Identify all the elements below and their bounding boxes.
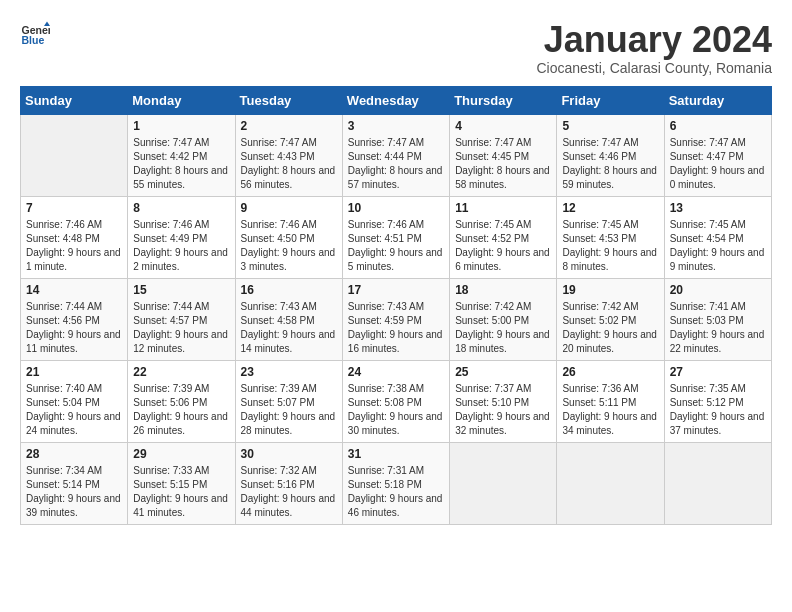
calendar-cell: 3Sunrise: 7:47 AMSunset: 4:44 PMDaylight… <box>342 114 449 196</box>
calendar-cell: 4Sunrise: 7:47 AMSunset: 4:45 PMDaylight… <box>450 114 557 196</box>
calendar-cell: 12Sunrise: 7:45 AMSunset: 4:53 PMDayligh… <box>557 196 664 278</box>
calendar-cell: 27Sunrise: 7:35 AMSunset: 5:12 PMDayligh… <box>664 360 771 442</box>
day-number: 21 <box>26 365 122 379</box>
calendar-cell: 28Sunrise: 7:34 AMSunset: 5:14 PMDayligh… <box>21 442 128 524</box>
calendar-cell: 7Sunrise: 7:46 AMSunset: 4:48 PMDaylight… <box>21 196 128 278</box>
calendar-cell: 6Sunrise: 7:47 AMSunset: 4:47 PMDaylight… <box>664 114 771 196</box>
day-info: Sunrise: 7:39 AMSunset: 5:07 PMDaylight:… <box>241 382 337 438</box>
logo-icon: General Blue <box>20 20 50 50</box>
day-info: Sunrise: 7:36 AMSunset: 5:11 PMDaylight:… <box>562 382 658 438</box>
day-header-tuesday: Tuesday <box>235 86 342 114</box>
day-number: 18 <box>455 283 551 297</box>
subtitle: Ciocanesti, Calarasi County, Romania <box>536 60 772 76</box>
day-header-thursday: Thursday <box>450 86 557 114</box>
day-number: 19 <box>562 283 658 297</box>
day-number: 23 <box>241 365 337 379</box>
day-number: 25 <box>455 365 551 379</box>
calendar-cell: 31Sunrise: 7:31 AMSunset: 5:18 PMDayligh… <box>342 442 449 524</box>
calendar-cell: 23Sunrise: 7:39 AMSunset: 5:07 PMDayligh… <box>235 360 342 442</box>
calendar-cell: 21Sunrise: 7:40 AMSunset: 5:04 PMDayligh… <box>21 360 128 442</box>
day-info: Sunrise: 7:42 AMSunset: 5:00 PMDaylight:… <box>455 300 551 356</box>
calendar-cell: 10Sunrise: 7:46 AMSunset: 4:51 PMDayligh… <box>342 196 449 278</box>
calendar-cell <box>21 114 128 196</box>
day-info: Sunrise: 7:46 AMSunset: 4:51 PMDaylight:… <box>348 218 444 274</box>
calendar-cell: 30Sunrise: 7:32 AMSunset: 5:16 PMDayligh… <box>235 442 342 524</box>
week-row-2: 7Sunrise: 7:46 AMSunset: 4:48 PMDaylight… <box>21 196 772 278</box>
day-info: Sunrise: 7:42 AMSunset: 5:02 PMDaylight:… <box>562 300 658 356</box>
day-number: 3 <box>348 119 444 133</box>
day-number: 9 <box>241 201 337 215</box>
day-info: Sunrise: 7:47 AMSunset: 4:47 PMDaylight:… <box>670 136 766 192</box>
day-number: 10 <box>348 201 444 215</box>
day-info: Sunrise: 7:46 AMSunset: 4:50 PMDaylight:… <box>241 218 337 274</box>
calendar-cell: 2Sunrise: 7:47 AMSunset: 4:43 PMDaylight… <box>235 114 342 196</box>
day-number: 20 <box>670 283 766 297</box>
day-number: 6 <box>670 119 766 133</box>
day-info: Sunrise: 7:43 AMSunset: 4:59 PMDaylight:… <box>348 300 444 356</box>
calendar-cell: 1Sunrise: 7:47 AMSunset: 4:42 PMDaylight… <box>128 114 235 196</box>
svg-text:Blue: Blue <box>22 34 45 46</box>
day-number: 12 <box>562 201 658 215</box>
day-number: 8 <box>133 201 229 215</box>
header: General Blue January 2024 Ciocanesti, Ca… <box>20 20 772 76</box>
week-row-1: 1Sunrise: 7:47 AMSunset: 4:42 PMDaylight… <box>21 114 772 196</box>
day-number: 24 <box>348 365 444 379</box>
day-info: Sunrise: 7:31 AMSunset: 5:18 PMDaylight:… <box>348 464 444 520</box>
day-number: 13 <box>670 201 766 215</box>
calendar-cell: 19Sunrise: 7:42 AMSunset: 5:02 PMDayligh… <box>557 278 664 360</box>
day-info: Sunrise: 7:39 AMSunset: 5:06 PMDaylight:… <box>133 382 229 438</box>
calendar-cell: 5Sunrise: 7:47 AMSunset: 4:46 PMDaylight… <box>557 114 664 196</box>
day-number: 31 <box>348 447 444 461</box>
calendar-cell: 13Sunrise: 7:45 AMSunset: 4:54 PMDayligh… <box>664 196 771 278</box>
day-info: Sunrise: 7:44 AMSunset: 4:57 PMDaylight:… <box>133 300 229 356</box>
day-header-sunday: Sunday <box>21 86 128 114</box>
day-info: Sunrise: 7:47 AMSunset: 4:45 PMDaylight:… <box>455 136 551 192</box>
day-number: 26 <box>562 365 658 379</box>
day-number: 29 <box>133 447 229 461</box>
week-row-3: 14Sunrise: 7:44 AMSunset: 4:56 PMDayligh… <box>21 278 772 360</box>
day-info: Sunrise: 7:47 AMSunset: 4:46 PMDaylight:… <box>562 136 658 192</box>
calendar-table: SundayMondayTuesdayWednesdayThursdayFrid… <box>20 86 772 525</box>
day-header-friday: Friday <box>557 86 664 114</box>
day-number: 5 <box>562 119 658 133</box>
calendar-cell: 22Sunrise: 7:39 AMSunset: 5:06 PMDayligh… <box>128 360 235 442</box>
day-number: 1 <box>133 119 229 133</box>
day-info: Sunrise: 7:33 AMSunset: 5:15 PMDaylight:… <box>133 464 229 520</box>
day-info: Sunrise: 7:40 AMSunset: 5:04 PMDaylight:… <box>26 382 122 438</box>
calendar-cell: 11Sunrise: 7:45 AMSunset: 4:52 PMDayligh… <box>450 196 557 278</box>
day-info: Sunrise: 7:46 AMSunset: 4:48 PMDaylight:… <box>26 218 122 274</box>
calendar-cell <box>664 442 771 524</box>
week-row-5: 28Sunrise: 7:34 AMSunset: 5:14 PMDayligh… <box>21 442 772 524</box>
day-number: 14 <box>26 283 122 297</box>
day-header-monday: Monday <box>128 86 235 114</box>
day-info: Sunrise: 7:45 AMSunset: 4:52 PMDaylight:… <box>455 218 551 274</box>
calendar-cell: 16Sunrise: 7:43 AMSunset: 4:58 PMDayligh… <box>235 278 342 360</box>
day-header-wednesday: Wednesday <box>342 86 449 114</box>
day-info: Sunrise: 7:45 AMSunset: 4:54 PMDaylight:… <box>670 218 766 274</box>
day-info: Sunrise: 7:45 AMSunset: 4:53 PMDaylight:… <box>562 218 658 274</box>
day-info: Sunrise: 7:35 AMSunset: 5:12 PMDaylight:… <box>670 382 766 438</box>
title-area: January 2024 Ciocanesti, Calarasi County… <box>536 20 772 76</box>
day-number: 7 <box>26 201 122 215</box>
day-info: Sunrise: 7:38 AMSunset: 5:08 PMDaylight:… <box>348 382 444 438</box>
day-number: 2 <box>241 119 337 133</box>
calendar-cell: 24Sunrise: 7:38 AMSunset: 5:08 PMDayligh… <box>342 360 449 442</box>
calendar-cell: 25Sunrise: 7:37 AMSunset: 5:10 PMDayligh… <box>450 360 557 442</box>
day-info: Sunrise: 7:47 AMSunset: 4:42 PMDaylight:… <box>133 136 229 192</box>
day-header-saturday: Saturday <box>664 86 771 114</box>
day-number: 17 <box>348 283 444 297</box>
calendar-cell: 14Sunrise: 7:44 AMSunset: 4:56 PMDayligh… <box>21 278 128 360</box>
day-number: 27 <box>670 365 766 379</box>
week-row-4: 21Sunrise: 7:40 AMSunset: 5:04 PMDayligh… <box>21 360 772 442</box>
calendar-cell: 29Sunrise: 7:33 AMSunset: 5:15 PMDayligh… <box>128 442 235 524</box>
calendar-cell: 8Sunrise: 7:46 AMSunset: 4:49 PMDaylight… <box>128 196 235 278</box>
calendar-cell <box>450 442 557 524</box>
calendar-cell: 9Sunrise: 7:46 AMSunset: 4:50 PMDaylight… <box>235 196 342 278</box>
calendar-cell: 26Sunrise: 7:36 AMSunset: 5:11 PMDayligh… <box>557 360 664 442</box>
day-number: 28 <box>26 447 122 461</box>
day-info: Sunrise: 7:47 AMSunset: 4:44 PMDaylight:… <box>348 136 444 192</box>
day-info: Sunrise: 7:32 AMSunset: 5:16 PMDaylight:… <box>241 464 337 520</box>
day-number: 22 <box>133 365 229 379</box>
day-info: Sunrise: 7:41 AMSunset: 5:03 PMDaylight:… <box>670 300 766 356</box>
calendar-cell: 15Sunrise: 7:44 AMSunset: 4:57 PMDayligh… <box>128 278 235 360</box>
